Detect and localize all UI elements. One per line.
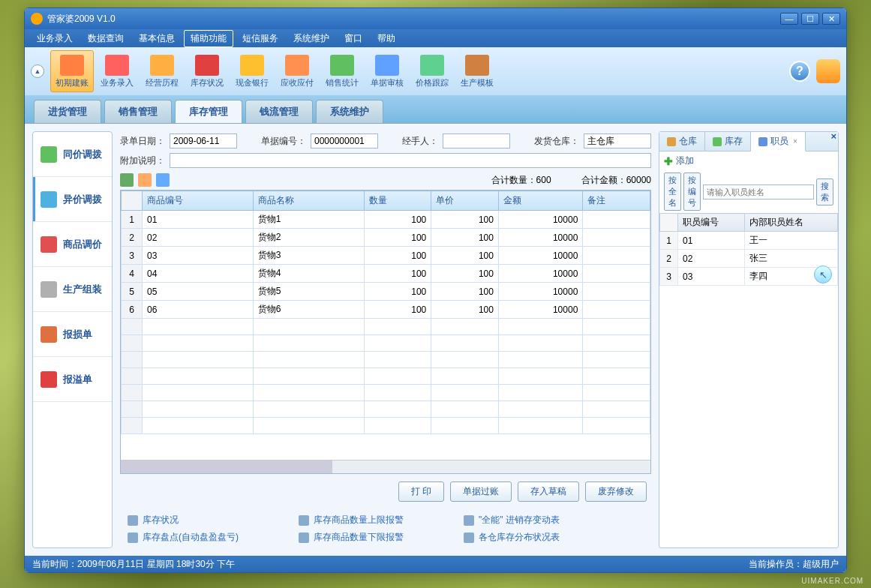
toolbar-container: ▲ 初期建账业务录入经营历程库存状况现金银行应收应付销售统计单据审核价格跟踪生产… <box>25 47 846 95</box>
grid-tool-2-icon[interactable] <box>138 173 152 187</box>
staff-row[interactable]: 202张三 <box>660 250 838 268</box>
docno-input[interactable] <box>311 134 378 148</box>
quick-link-0-0[interactable]: 库存状况 <box>128 514 239 526</box>
link-icon <box>128 532 138 543</box>
grid-header-2[interactable]: 商品名称 <box>253 191 364 211</box>
right-tab-2[interactable]: 职员× <box>751 132 806 152</box>
discard-button[interactable]: 废弃修改 <box>585 482 647 502</box>
rgrid-header-2[interactable]: 内部职员姓名 <box>744 214 837 232</box>
search-button[interactable]: 搜索 <box>816 178 833 206</box>
right-tab-0[interactable]: 仓库 <box>659 132 705 151</box>
warehouse-input[interactable] <box>584 134 651 148</box>
table-row-empty[interactable] <box>122 335 650 352</box>
sidebar-item-5[interactable]: 报溢单 <box>33 357 112 402</box>
grid-header-4[interactable]: 单价 <box>431 191 499 211</box>
tool-icon-7 <box>375 55 399 76</box>
grid-header-3[interactable]: 数量 <box>364 191 431 211</box>
scroll-up-icon[interactable]: ↖ <box>814 266 832 284</box>
tool-button-1[interactable]: 业务录入 <box>95 50 139 92</box>
menu-item-0[interactable]: 业务录入 <box>31 31 79 46</box>
tool-button-6[interactable]: 销售统计 <box>320 50 364 92</box>
horizontal-scrollbar[interactable] <box>121 460 650 473</box>
handler-input[interactable] <box>443 134 510 148</box>
tool-button-8[interactable]: 价格跟踪 <box>410 50 454 92</box>
filter-by-fullname-button[interactable]: 按全名 <box>664 172 681 211</box>
table-row-empty[interactable] <box>122 319 650 335</box>
help-icon[interactable]: ? <box>789 61 810 82</box>
sidebar-item-0[interactable]: 同价调拨 <box>33 132 112 177</box>
grid-tool-1-icon[interactable] <box>120 173 134 187</box>
staff-row[interactable]: 101王一 <box>660 232 838 250</box>
maximize-button[interactable]: ☐ <box>801 13 819 25</box>
quick-link-1-1[interactable]: 库存商品数量下限报警 <box>299 531 404 544</box>
tool-button-2[interactable]: 经营历程 <box>140 50 184 92</box>
table-row-empty[interactable] <box>122 368 650 385</box>
note-input[interactable] <box>170 153 651 168</box>
grid-tool-3-icon[interactable] <box>156 173 170 187</box>
grid-header-6[interactable]: 备注 <box>583 191 650 211</box>
main-tab-3[interactable]: 钱流管理 <box>245 100 313 123</box>
right-tab-icon-1 <box>713 137 722 146</box>
menu-item-4[interactable]: 短信服务 <box>236 31 284 46</box>
table-row[interactable]: 101货物110010010000 <box>122 211 650 229</box>
table-row-empty[interactable] <box>122 385 650 401</box>
tool-button-9[interactable]: 生产模板 <box>455 50 499 92</box>
table-row[interactable]: 606货物610010010000 <box>122 301 650 319</box>
grid-header-1[interactable]: 商品编号 <box>143 191 254 211</box>
close-icon[interactable]: × <box>793 137 797 146</box>
add-label[interactable]: 添加 <box>676 154 694 167</box>
date-input[interactable] <box>170 134 237 148</box>
right-tab-1[interactable]: 库存 <box>705 132 751 151</box>
collapse-toolbar-button[interactable]: ▲ <box>31 64 44 78</box>
quick-link-0-1[interactable]: 库存盘点(自动盘盈盘亏) <box>128 531 239 544</box>
save-draft-button[interactable]: 存入草稿 <box>518 482 579 502</box>
post-button[interactable]: 单据过账 <box>450 482 512 502</box>
table-row-empty[interactable] <box>122 352 650 368</box>
table-row[interactable]: 505货物510010010000 <box>122 283 650 301</box>
staff-name-search-input[interactable] <box>703 184 814 200</box>
sidebar-icon-3 <box>41 281 57 298</box>
tool-button-0[interactable]: 初期建账 <box>50 50 94 92</box>
staff-row[interactable]: 303李四 <box>660 268 838 286</box>
grid-header-5[interactable]: 金额 <box>498 191 582 211</box>
menu-item-1[interactable]: 数据查询 <box>82 31 130 46</box>
quick-link-2-0[interactable]: "全能" 进销存变动表 <box>464 514 560 526</box>
table-row[interactable]: 303货物310010010000 <box>122 247 650 265</box>
menu-item-2[interactable]: 基本信息 <box>133 31 181 46</box>
table-row-empty[interactable] <box>122 418 650 434</box>
sidebar-item-3[interactable]: 生产组装 <box>33 267 112 312</box>
tool-button-4[interactable]: 现金银行 <box>230 50 274 92</box>
tool-button-7[interactable]: 单据审核 <box>365 50 409 92</box>
right-panel: × 仓库库存职员× ✚ 添加 按全名 按编号 搜索 职员编号内部职员姓名101王… <box>659 131 839 548</box>
titlebar[interactable]: 管家婆2009 V1.0 — ☐ ✕ <box>25 8 846 29</box>
main-tab-4[interactable]: 系统维护 <box>316 100 383 123</box>
sidebar-item-2[interactable]: 商品调价 <box>33 222 112 267</box>
table-row[interactable]: 202货物210010010000 <box>122 229 650 247</box>
close-button[interactable]: ✕ <box>822 13 840 25</box>
sidebar-item-4[interactable]: 报损单 <box>33 312 112 357</box>
main-tab-0[interactable]: 进货管理 <box>34 100 101 123</box>
status-time-label: 当前时间： <box>32 559 77 569</box>
menu-item-7[interactable]: 帮助 <box>371 31 401 46</box>
rgrid-header-0[interactable] <box>660 214 678 232</box>
tool-button-5[interactable]: 应收应付 <box>275 50 319 92</box>
close-panel-icon[interactable]: × <box>830 130 836 142</box>
menu-item-6[interactable]: 窗口 <box>338 31 368 46</box>
menu-item-3[interactable]: 辅助功能 <box>184 30 233 47</box>
sidebar-item-1[interactable]: 异价调拨 <box>33 177 112 222</box>
minimize-button[interactable]: — <box>780 13 798 25</box>
table-row-empty[interactable] <box>122 401 650 418</box>
table-row[interactable]: 404货物410010010000 <box>122 265 650 283</box>
print-button[interactable]: 打 印 <box>398 482 444 502</box>
quick-link-2-1[interactable]: 各仓库存分布状况表 <box>464 531 560 544</box>
filter-by-code-button[interactable]: 按编号 <box>683 172 701 211</box>
add-icon[interactable]: ✚ <box>664 155 673 167</box>
main-tab-1[interactable]: 销售管理 <box>104 100 172 123</box>
main-tab-2[interactable]: 库存管理 <box>175 100 242 123</box>
rgrid-header-1[interactable]: 职员编号 <box>678 214 745 232</box>
tool-button-3[interactable]: 库存状况 <box>185 50 229 92</box>
quick-link-1-0[interactable]: 库存商品数量上限报警 <box>299 514 404 526</box>
brand-logo-icon <box>816 59 840 83</box>
menu-item-5[interactable]: 系统维护 <box>287 31 335 46</box>
grid-header-0[interactable] <box>122 191 143 211</box>
